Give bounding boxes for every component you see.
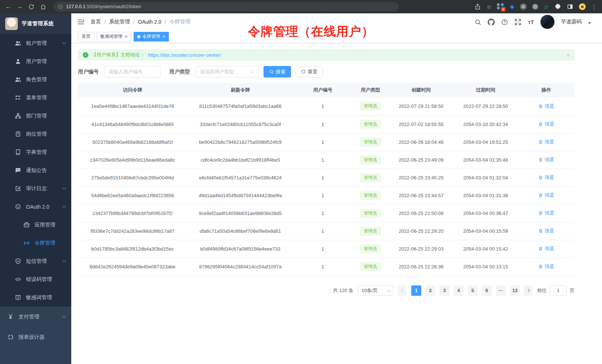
page-button[interactable]: ⋯ [496, 285, 506, 296]
user-type-badge: 管理员 [360, 227, 381, 235]
sidebar-item-label: 应用管理 [35, 222, 55, 228]
sidebar-item[interactable]: 报表设计器 [0, 327, 71, 347]
chevron-down-icon [62, 41, 66, 44]
sidebar-item[interactable]: 支付管理 [0, 307, 71, 327]
alert-close-icon[interactable] [566, 52, 570, 58]
tab[interactable]: 令牌管理 [134, 32, 169, 42]
sidebar-item-label: 部门管理 [26, 113, 47, 119]
sidebar-item[interactable]: 令牌管理 [0, 234, 71, 252]
breadcrumb-system[interactable]: 系统管理 [109, 19, 130, 25]
prev-page-button[interactable] [398, 285, 407, 296]
force-logout-link[interactable]: 强退 [538, 228, 554, 234]
sidebar-item[interactable]: 审计日志 [0, 179, 71, 198]
gem-extension-icon[interactable]: ◆ [510, 3, 514, 10]
font-size-icon[interactable] [528, 19, 534, 25]
sidebar-item[interactable]: 部门管理 [0, 107, 71, 125]
user-id-cell: 1 [294, 240, 352, 258]
sidebar-toggle-icon[interactable] [77, 18, 85, 26]
tab[interactable]: 敏感词管理 [96, 32, 131, 42]
app-logo [5, 17, 18, 30]
user-name[interactable]: 芋道源码 [561, 19, 582, 25]
user-id-cell: 1 [294, 133, 352, 151]
page-button[interactable]: 6 [482, 285, 492, 296]
sidebar-item[interactable]: OAuth 2.0 [0, 198, 71, 216]
sidebar-item[interactable]: 角色管理 [0, 70, 71, 89]
force-logout-link[interactable]: 强退 [538, 121, 554, 128]
page-button[interactable]: 4 [454, 285, 464, 296]
address-bar[interactable]: 127.0.0.1:1024/system/oauth2/token [53, 2, 399, 11]
sidebar-item[interactable]: 租户管理 [0, 34, 71, 52]
sidebar-item[interactable]: 字典管理 [0, 143, 71, 161]
page-size-select[interactable]: 10条/页 [358, 285, 393, 296]
page-button[interactable]: 1 [411, 285, 421, 296]
force-logout-link[interactable]: 强退 [538, 210, 554, 216]
page-button[interactable]: 3 [439, 285, 449, 296]
app-logo-area[interactable]: 芋道管理系统 [0, 13, 71, 34]
user-menu-caret-icon[interactable] [588, 22, 591, 24]
page-button[interactable]: 2 [425, 285, 435, 296]
command-extension-icon[interactable]: ⌘ [520, 3, 527, 10]
reset-button[interactable]: 重置 [295, 66, 323, 77]
table-row: c347026e805e4d99b0d116eae66eda8c cdfc4ce… [78, 151, 575, 169]
user-id-input[interactable] [104, 66, 160, 77]
sidebar-item-label: 岗位管理 [26, 131, 47, 138]
help-icon[interactable] [501, 19, 508, 26]
fullscreen-icon[interactable] [514, 19, 521, 26]
sidebar-item[interactable]: 应用管理 [0, 216, 71, 234]
share-icon[interactable] [474, 3, 481, 10]
sidebar-item[interactable]: 岗位管理 [0, 125, 71, 143]
doc-alert: 【用户体系】文档地址： https://doc.iocoder.cn/user-… [78, 49, 575, 60]
force-logout-link[interactable]: 强退 [538, 103, 554, 110]
force-logout-link[interactable]: 强退 [538, 245, 554, 252]
force-logout-link[interactable]: 强退 [538, 156, 554, 163]
force-logout-link[interactable]: 强退 [538, 192, 554, 199]
filter-form: 用户编号 用户类型 请选择用户类型 搜索 重置 [78, 66, 575, 77]
goto-page-input[interactable] [550, 285, 567, 296]
search-button[interactable]: 搜索 [264, 66, 291, 77]
browser-menu-icon[interactable]: ⋮ [591, 4, 597, 10]
next-page-button[interactable] [524, 285, 533, 296]
page-button[interactable]: 12 [510, 285, 520, 296]
search-icon[interactable] [474, 19, 481, 26]
site-info-icon[interactable] [58, 4, 63, 9]
sidebar-item[interactable]: 菜单管理 [0, 89, 71, 107]
browser-back-button[interactable]: ← [5, 4, 11, 10]
access-token-cell: 54d6be82ee5a460a9aedc1f9bf223656 [78, 186, 187, 204]
expire-time-cell: 2022-07-29 22:28:50 [454, 97, 518, 115]
force-logout-link[interactable]: 强退 [538, 174, 554, 181]
trash-icon [538, 139, 543, 144]
col-refresh-token: 刷新令牌 [187, 83, 293, 97]
user-avatar[interactable] [540, 15, 554, 29]
emoji-extension-icon[interactable] [579, 3, 586, 10]
bookmark-star-icon[interactable]: ☆ [487, 4, 491, 10]
force-logout-link[interactable]: 强退 [538, 263, 554, 270]
access-token-cell: 1ea5e44f8bc1467aaede43144f31de76 [78, 97, 187, 115]
breadcrumb-home[interactable]: 首页 [91, 19, 101, 25]
oauth-icon [15, 203, 21, 210]
puzzle-extensions-icon[interactable] [554, 3, 561, 10]
browser-reload-button[interactable] [28, 4, 35, 10]
browser-home-button[interactable] [40, 4, 46, 10]
user-id-cell: 1 [294, 186, 352, 204]
tab-close-icon[interactable] [125, 34, 128, 39]
green-star-extension-icon[interactable]: ☆ [544, 3, 549, 10]
user-type-select[interactable]: 请选择用户类型 [195, 66, 258, 77]
browser-forward-button[interactable]: → [17, 4, 23, 10]
doc-link[interactable]: https://doc.iocoder.cn/user-center/ [148, 52, 221, 58]
split-screen-icon[interactable] [567, 3, 573, 10]
sidebar-item[interactable]: 短信管理 [0, 252, 71, 270]
tab-close-icon[interactable] [163, 34, 166, 39]
breadcrumb-oauth[interactable]: OAuth 2.0 [138, 19, 161, 25]
sidebar-item[interactable]: 错误码管理 [0, 270, 71, 288]
sidebar-item[interactable]: 通知公告 [0, 161, 71, 179]
github-icon[interactable] [488, 19, 495, 26]
dot-extension-icon[interactable] [532, 4, 538, 10]
extension-icon[interactable]: 9 [497, 3, 504, 10]
force-logout-link[interactable]: 强退 [538, 139, 554, 145]
sidebar-item[interactable]: 用户管理 [0, 52, 71, 70]
sidebar-item[interactable]: 敏感词管理 [0, 288, 71, 307]
total-count: 共 120 条 [333, 287, 353, 294]
refresh-token-cell: 9ce8ef2aa9f14056b831ae9b608e28d5 [187, 204, 293, 222]
tab[interactable]: 首页 [78, 32, 94, 42]
page-button[interactable]: 5 [468, 285, 478, 296]
